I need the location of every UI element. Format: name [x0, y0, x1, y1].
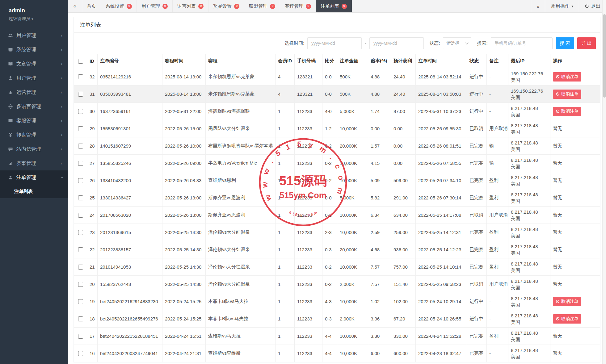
- common-actions-dropdown[interactable]: 常用操作 ▾: [545, 0, 579, 12]
- tab-item[interactable]: 语言列表×: [173, 0, 208, 12]
- row-checkbox[interactable]: [78, 74, 83, 79]
- row-checkbox[interactable]: [78, 247, 83, 252]
- row-checkbox[interactable]: [78, 92, 83, 97]
- row-checkbox[interactable]: [78, 282, 83, 287]
- sidebar-item[interactable]: 多语言管理‹: [0, 99, 68, 114]
- tab-close-icon[interactable]: ×: [342, 4, 347, 9]
- row-checkbox[interactable]: [78, 299, 83, 304]
- tab-close-icon[interactable]: ×: [198, 4, 204, 9]
- no-action-label: 暂无: [553, 160, 562, 165]
- cancel-bet-button[interactable]: 取消注单: [553, 90, 581, 99]
- no-action-label: 暂无: [553, 229, 562, 235]
- cell-remark: 用户取消: [487, 207, 508, 224]
- tabs-scroll-right-icon[interactable]: »: [531, 0, 545, 12]
- cell-member-id: 1: [276, 241, 295, 258]
- row-checkbox[interactable]: [78, 334, 83, 339]
- tab-item[interactable]: 首页: [82, 0, 101, 12]
- tab-item[interactable]: 联盟管理×: [244, 0, 280, 12]
- cell-action: 暂无: [550, 172, 600, 189]
- row-checkbox[interactable]: [78, 144, 83, 149]
- tab-close-icon[interactable]: ×: [127, 4, 132, 9]
- tab-item[interactable]: 系统设置×: [101, 0, 137, 12]
- cell-id: 28: [87, 137, 98, 155]
- export-button[interactable]: 导 出: [577, 37, 596, 49]
- table-row: 320352141292162025-08-14 13:00米尔顿凯恩斯vs克莱…: [74, 68, 600, 86]
- ban-icon: [556, 75, 560, 79]
- cell-remark: -: [487, 345, 508, 362]
- scrollbar-thumb[interactable]: [603, 14, 606, 98]
- cell-amount: 20,000K: [337, 241, 368, 258]
- cell-phone: 123321: [295, 68, 322, 86]
- sidebar-item[interactable]: 注单管理‹: [0, 170, 68, 185]
- row-checkbox[interactable]: [78, 178, 83, 183]
- ban-icon: [556, 109, 560, 113]
- sidebar-item[interactable]: 转盘管理‹: [0, 128, 68, 142]
- cell-odds: 7.57: [368, 258, 391, 276]
- cancel-bet-button[interactable]: 取消注单: [553, 107, 581, 116]
- row-checkbox[interactable]: [78, 316, 83, 321]
- date-from-input[interactable]: [307, 37, 362, 49]
- cell-odds: 0.00: [368, 120, 391, 137]
- tab-close-icon[interactable]: ×: [306, 4, 311, 9]
- row-checkbox[interactable]: [78, 109, 83, 114]
- tabs-scroll-left-icon[interactable]: «: [68, 0, 82, 12]
- sidebar-subitem[interactable]: 注单列表: [0, 185, 68, 198]
- sidebar-item[interactable]: 文章管理‹: [0, 57, 68, 71]
- cell-score: 4-0: [322, 103, 337, 120]
- cell-match-time: 2022-05-26 13:00: [162, 207, 206, 224]
- row-checkbox[interactable]: [78, 126, 83, 131]
- cell-id: 22: [87, 241, 98, 258]
- row-checkbox[interactable]: [78, 213, 83, 218]
- table-body: 320352141292162025-08-14 13:00米尔顿凯恩斯vs克莱…: [74, 68, 600, 362]
- time-filter-label: 选择时间:: [284, 40, 304, 46]
- cell-match-time: 2022-05-25 14:30: [162, 241, 206, 258]
- table-row: 201558237624432022-05-25 14:30泽伦顿vs大分红温泉…: [74, 276, 600, 293]
- cell-order-no: 201231369615: [98, 224, 162, 241]
- status-select[interactable]: 请选择: [443, 37, 471, 49]
- cancel-bet-button[interactable]: 取消注单: [553, 314, 581, 324]
- chevron-left-icon: ‹: [61, 132, 62, 138]
- tab-item[interactable]: 赛程管理×: [280, 0, 316, 12]
- cancel-bet-button[interactable]: 取消注单: [553, 72, 581, 82]
- cell-member-id: 1: [276, 310, 295, 328]
- tab-item[interactable]: 注单列表×: [316, 0, 352, 12]
- row-checkbox[interactable]: [78, 351, 83, 356]
- cell-last-ip: 169.150.222.76美国: [508, 86, 550, 103]
- cancel-bet-button[interactable]: 取消注单: [553, 297, 581, 306]
- sidebar-item[interactable]: 用户管理‹: [0, 71, 68, 85]
- sidebar-item[interactable]: 客服管理‹: [0, 114, 68, 128]
- search-button[interactable]: 搜 索: [556, 37, 574, 49]
- page-scrollbar[interactable]: [602, 0, 606, 364]
- logout-button[interactable]: 退出: [579, 0, 606, 12]
- table-row: 17bet240420222152281884512022-04-24 16:5…: [74, 328, 600, 345]
- select-all-checkbox[interactable]: [78, 59, 83, 64]
- cell-amount: 10,000K: [337, 293, 368, 310]
- sidebar-item-label: 站内信管理: [16, 146, 57, 153]
- tab-item[interactable]: 奖品设置×: [208, 0, 244, 12]
- tab-item[interactable]: 用户管理×: [137, 0, 173, 12]
- cell-action: 暂无: [550, 137, 600, 155]
- tab-close-icon[interactable]: ×: [162, 4, 168, 9]
- sidebar-item[interactable]: 赛事管理‹: [0, 156, 68, 170]
- sidebar-item[interactable]: 用户管理‹: [0, 28, 68, 43]
- sidebar-item[interactable]: 站内信管理‹: [0, 142, 68, 156]
- cell-remark: -: [487, 293, 508, 310]
- tab-close-icon[interactable]: ×: [270, 4, 275, 9]
- row-checkbox[interactable]: [78, 265, 83, 270]
- date-to-input[interactable]: [369, 37, 424, 49]
- cell-last-ip: 8.217.218.48美国: [508, 103, 550, 120]
- cell-status: 已完赛: [467, 241, 487, 258]
- tab-close-icon[interactable]: ×: [234, 4, 239, 9]
- search-input[interactable]: [491, 37, 553, 49]
- sidebar-item[interactable]: 运营管理‹: [0, 85, 68, 99]
- table-row: 301637236591612022-05-31 22:00海德堡队vs海德堡联…: [74, 103, 600, 120]
- cell-match: 泽伦顿vs大分红温泉: [206, 224, 276, 241]
- row-checkbox[interactable]: [78, 195, 83, 200]
- sidebar-item[interactable]: 系统管理‹: [0, 43, 68, 57]
- sidebar-menu-group: 用户管理‹: [0, 71, 68, 85]
- cell-remark: 用户取消: [487, 120, 508, 137]
- user-panel[interactable]: admin 超级管理员▾: [0, 0, 68, 28]
- row-checkbox[interactable]: [78, 230, 83, 235]
- row-checkbox[interactable]: [78, 161, 83, 166]
- cell-id: 18: [87, 310, 98, 328]
